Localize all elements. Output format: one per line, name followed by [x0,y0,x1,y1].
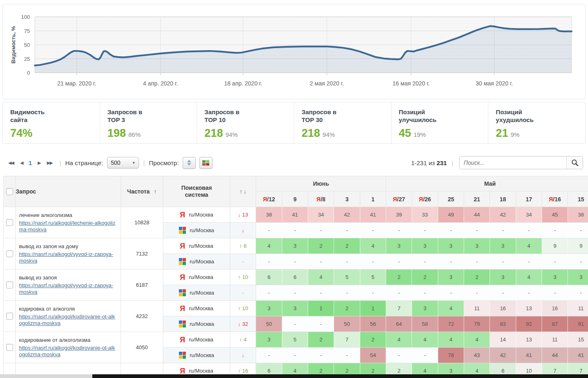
date-column-header[interactable]: Я/26 [412,191,438,207]
stat-title: Запросов вТОР 30 [302,108,391,124]
column-header-change[interactable]: ↑↓ [230,176,256,207]
stat-title: Позицийулучшилось [399,108,488,124]
current-page[interactable]: 1 [28,159,32,166]
row-checkbox[interactable] [6,250,13,257]
search-button[interactable] [566,157,583,169]
next-page-button[interactable]: ▶ [38,160,40,166]
position-cell: - [308,316,334,332]
query-url-link[interactable]: https://nasrf.ru/alkogol/kodirovanie-ot-… [19,313,115,326]
date-column-header[interactable]: Я/12 [256,191,282,207]
per-page-select[interactable]: 500 ▼ [107,157,139,168]
position-cell: 3 [568,270,588,285]
position-cell: 64 [386,316,412,332]
last-page-button[interactable]: ▶▶ [47,160,52,166]
query-text: вывод из запоя [19,274,117,281]
date-column-header[interactable]: 21 [464,191,490,207]
divider: | [143,159,145,166]
position-cell: 58 [412,316,438,332]
position-cell: 7 [386,301,412,316]
search-input[interactable] [460,157,566,169]
region-label: ru/Москва [190,321,214,327]
position-change: - [230,285,256,301]
date-column-header[interactable]: 3 [334,191,360,207]
month-group-header: Июнь [256,176,386,191]
position-cell: - [282,223,308,238]
column-header-query[interactable]: Запрос [16,176,121,207]
position-cell: 2 [360,332,386,348]
page: 100755025021 мар. 2020 г.4 апр. 2020 г.1… [0,0,588,378]
date-column-header[interactable]: 9 [282,191,308,207]
position-change: ↑10 [230,270,256,285]
yandex-update-mark: Я [263,196,267,203]
expand-collapse-button[interactable] [183,157,196,169]
positions-table: Запрос Частота↑ Поисковаясистема ↑↓ИюньМ… [3,176,588,378]
position-cell: - [334,223,360,238]
position-cell: - [282,316,308,332]
stat-value: 45 [399,127,411,139]
yandex-icon: Я [180,211,185,219]
position-cell: 2 [386,270,412,285]
first-page-button[interactable]: ◀◀ [8,160,14,166]
query-url-link[interactable]: https://nasrf.ru/alkogol/lechenie-alkogo… [19,220,115,233]
frequency-value: 4050 [121,332,163,363]
date-column-header[interactable]: 25 [438,191,464,207]
position-cell: 50 [334,316,360,332]
query-url-link[interactable]: https://nasrf.ru/alkogol/kodirovanie-ot-… [19,345,115,357]
position-cell: - [386,223,412,238]
position-cell: 79 [464,316,490,332]
position-cell: - [568,285,588,301]
position-cell: 9 [542,238,568,254]
bottom-bar-progress[interactable] [92,374,588,378]
date-column-header[interactable]: 1 [360,191,386,207]
google-icon [179,227,186,234]
position-cell: - [412,348,438,363]
position-cell: - [386,348,412,363]
view-mode-button[interactable] [199,157,213,169]
svg-text:21 мар. 2020 г.: 21 мар. 2020 г. [57,80,96,87]
row-checkbox[interactable] [6,281,13,288]
region-label: ru/Москва [189,274,213,280]
query-url-link[interactable]: https://nasrf.ru/alkogol/vyvod-iz-zapoya… [19,282,113,295]
query-text: лечение алкоголизма [19,212,117,219]
stat-percent: 19% [414,131,426,138]
position-cell: 4 [516,270,542,285]
yandex-icon: Я [180,305,185,312]
position-cell: - [516,254,542,270]
table-row: лечение алкоголизма https://nasrf.ru/alk… [4,207,588,223]
position-cell: - [386,285,412,301]
row-checkbox[interactable] [6,344,13,351]
position-change: ↓ [230,348,256,363]
position-cell: - [438,223,464,238]
region-label: ru/Москва [190,258,214,265]
date-column-header[interactable]: 17 [516,191,542,207]
select-all-checkbox[interactable] [6,188,13,195]
stat-value: 21 [496,127,508,139]
position-cell: 16 [542,301,568,316]
position-cell: - [516,285,542,301]
position-cell: - [308,223,334,238]
position-cell: 4 [256,238,282,254]
stat-title: Видимостьсайта [10,108,100,124]
position-cell: - [438,285,464,301]
position-change: ↑8 [230,238,256,254]
yandex-update-mark: Я [549,196,553,203]
down-arrow-icon: ↓ [238,321,241,327]
position-cell: - [360,285,386,301]
row-checkbox[interactable] [6,219,13,226]
column-header-frequency[interactable]: Частота↑ [121,176,163,207]
query-url-link[interactable]: https://nasrf.ru/alkogol/vyvod-iz-zapoya… [19,251,113,264]
date-column-header[interactable]: 18 [490,191,516,207]
date-column-header[interactable]: Я/8 [308,191,334,207]
position-cell: - [256,254,282,270]
position-cell: 2 [308,238,334,254]
row-checkbox[interactable] [6,313,13,320]
date-column-header[interactable]: Я/27 [386,191,412,207]
date-column-header[interactable]: Я/16 [542,191,568,207]
prev-page-button[interactable]: ◀ [20,160,23,166]
position-cell: 41 [360,207,386,223]
position-change: ↓32 [230,316,256,332]
up-arrow-icon: ↑ [239,243,242,249]
frequency-value: 10828 [121,207,163,238]
date-column-header[interactable]: 15 [568,191,588,207]
position-cell: 15 [568,332,588,348]
